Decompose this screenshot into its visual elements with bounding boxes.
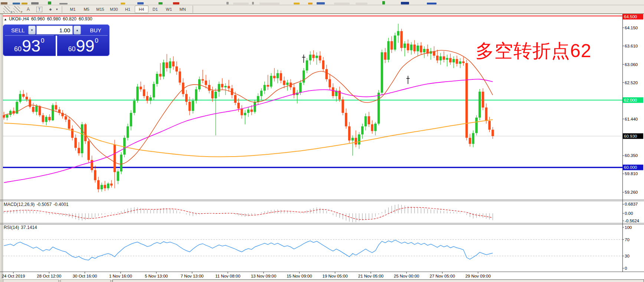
fibonacci-tool-icon[interactable]: F bbox=[13, 6, 20, 13]
toolbar-icon-fragment bbox=[308, 3, 313, 4]
timeframe-button-D1[interactable]: D1 bbox=[148, 6, 162, 13]
time-axis-label: 21 Nov 05:00 bbox=[358, 274, 383, 278]
collapse-panel-icon[interactable]: ▲ bbox=[4, 17, 7, 21]
volume-increase-button[interactable]: ▲ bbox=[73, 26, 81, 35]
fibonacci-tool-icon: F bbox=[21, 10, 23, 14]
time-axis-label: 19 Nov 05:00 bbox=[322, 274, 347, 278]
svg-text:61.440: 61.440 bbox=[625, 117, 638, 121]
one-click-trading-panel: SELL BUY ▼ ▲ 60 93 0 60 99 0 bbox=[3, 24, 109, 56]
svg-text:0.00: 0.00 bbox=[625, 211, 633, 216]
low-value: 60.820 bbox=[63, 16, 76, 22]
time-axis-label: 30 Oct 16:00 bbox=[73, 274, 97, 278]
arrows-tool-icon[interactable]: ◆ bbox=[46, 6, 55, 13]
timeframe-button-H4[interactable]: H4 bbox=[135, 6, 148, 13]
macd-indicator-label: MACD(12,26,9)-0.5057-0.4001 bbox=[4, 202, 71, 207]
channel-tool-icon: E bbox=[11, 10, 13, 14]
rsi-indicator-label: RSI(14)37.1414 bbox=[4, 225, 39, 230]
svg-text:0: 0 bbox=[625, 266, 627, 270]
timeframe-button-H1[interactable]: H1 bbox=[121, 6, 135, 13]
svg-text:-0.5624: -0.5624 bbox=[625, 219, 640, 223]
time-axis-label: 28 Oct 12:00 bbox=[37, 274, 61, 278]
toolbar-icon-fragment bbox=[137, 2, 144, 4]
sell-button[interactable]: 60 93 0 bbox=[3, 36, 56, 56]
close-value: 60.930 bbox=[79, 16, 92, 22]
buy-button[interactable]: 60 99 0 bbox=[57, 36, 110, 56]
svg-text:100: 100 bbox=[625, 225, 632, 230]
time-axis-label: 25 Nov 00:00 bbox=[394, 274, 419, 278]
volume-input[interactable] bbox=[36, 26, 73, 35]
rsi-name: RSI(14) bbox=[4, 225, 19, 230]
text-label-tool-icon[interactable]: T bbox=[36, 7, 42, 12]
toolbar-icon-fragment bbox=[252, 2, 254, 4]
toolbar-icon-fragment bbox=[1, 2, 7, 4]
toolbar-icon-fragment bbox=[31, 2, 39, 4]
time-axis-label: 7 Nov 13:00 bbox=[180, 274, 203, 278]
chart-tab-stub[interactable] bbox=[3, 279, 59, 282]
toolbar-icon-fragment bbox=[158, 2, 163, 4]
time-axis-label: 13 Nov 09:00 bbox=[251, 274, 276, 278]
sell-price-sup: 0 bbox=[41, 37, 44, 45]
time-axis-label: 27 Nov 05:00 bbox=[429, 274, 455, 278]
arrows-tool-icon: ◆ bbox=[49, 7, 52, 11]
buy-price-prefix: 60 bbox=[68, 45, 75, 53]
timeframe-button-M30[interactable]: M30 bbox=[107, 6, 121, 13]
svg-text:63.610: 63.610 bbox=[625, 44, 638, 48]
toolbar-icon-fragment bbox=[22, 3, 27, 4]
trading-terminal-window: 64.50064.15063.61063.06062.52062.00061.4… bbox=[0, 0, 644, 282]
toolbar-icon-fragment bbox=[401, 2, 409, 4]
toolbar-icon-fragment bbox=[59, 3, 68, 4]
symbol-period-label: UKOil-,H4 bbox=[9, 16, 29, 22]
time-axis-label: 29 Nov 09:00 bbox=[465, 274, 491, 278]
time-axis-label: 5 Nov 13:00 bbox=[145, 274, 168, 278]
chevron-up-icon: ▲ bbox=[76, 29, 79, 32]
svg-text:60.350: 60.350 bbox=[625, 153, 638, 158]
toolbar-icon-fragment bbox=[334, 3, 350, 4]
svg-text:62.000: 62.000 bbox=[624, 98, 637, 102]
toolbar-icon-fragment bbox=[48, 1, 51, 4]
macd-value-2: -0.4001 bbox=[53, 202, 69, 207]
sell-price-prefix: 60 bbox=[14, 45, 22, 53]
text-tool-icon[interactable]: A bbox=[23, 6, 33, 13]
svg-text:60.930: 60.930 bbox=[624, 134, 637, 138]
svg-text:0.6837: 0.6837 bbox=[625, 202, 638, 206]
volume-decrease-button[interactable]: ▼ bbox=[28, 26, 36, 35]
timeframe-button-W1[interactable]: W1 bbox=[162, 6, 176, 13]
text-label-tool-icon: T bbox=[38, 7, 40, 12]
toolbar-icon-fragment bbox=[13, 3, 20, 4]
open-value: 60.960 bbox=[31, 16, 45, 22]
svg-text:30: 30 bbox=[625, 254, 630, 258]
buy-price-sup: 0 bbox=[95, 37, 98, 45]
buy-price-big: 99 bbox=[76, 37, 95, 54]
timeframe-button-M15[interactable]: M15 bbox=[94, 6, 107, 13]
toolbar-separator bbox=[62, 6, 62, 13]
toolbar-icon-fragment bbox=[226, 2, 229, 4]
buy-label: BUY bbox=[90, 27, 101, 33]
chart-tab-stub[interactable] bbox=[61, 279, 111, 282]
timeframe-button-M5[interactable]: M5 bbox=[80, 6, 94, 13]
rsi-value: 37.1414 bbox=[21, 225, 37, 230]
timeframe-button-MN[interactable]: MN bbox=[176, 6, 190, 13]
toolbar-icon-fragment bbox=[121, 3, 125, 4]
chart-tab-stub[interactable] bbox=[112, 279, 644, 282]
svg-text:60.000: 60.000 bbox=[624, 165, 637, 170]
macd-value-1: -0.5057 bbox=[36, 202, 52, 207]
chart-title-bar: ▲UKOil-,H460.96060.98060.82060.930 bbox=[4, 16, 95, 22]
toolbar-icon-fragment bbox=[259, 3, 279, 4]
toolbar-icon-fragment bbox=[427, 3, 437, 4]
high-value: 60.980 bbox=[47, 16, 61, 22]
window-bottom-strip bbox=[0, 279, 644, 282]
toolbar-icon-fragment bbox=[382, 1, 385, 4]
text-tool-icon: A bbox=[27, 7, 30, 12]
svg-text:62.520: 62.520 bbox=[625, 81, 638, 85]
svg-text:64.150: 64.150 bbox=[625, 26, 638, 30]
svg-text:64.500: 64.500 bbox=[624, 14, 637, 19]
timeframe-button-M1[interactable]: M1 bbox=[66, 6, 80, 13]
chevron-down-icon[interactable]: ▾ bbox=[56, 7, 58, 11]
channel-tool-icon[interactable]: E bbox=[3, 6, 10, 13]
svg-text:70: 70 bbox=[625, 237, 630, 242]
toolbar-icon-fragment bbox=[356, 3, 367, 4]
time-axis-label: 1 Nov 16:00 bbox=[109, 274, 132, 278]
svg-text:59.810: 59.810 bbox=[625, 171, 638, 176]
toolbar-icon-fragment bbox=[233, 3, 249, 4]
time-axis-label: 15 Nov 09:00 bbox=[287, 274, 312, 278]
